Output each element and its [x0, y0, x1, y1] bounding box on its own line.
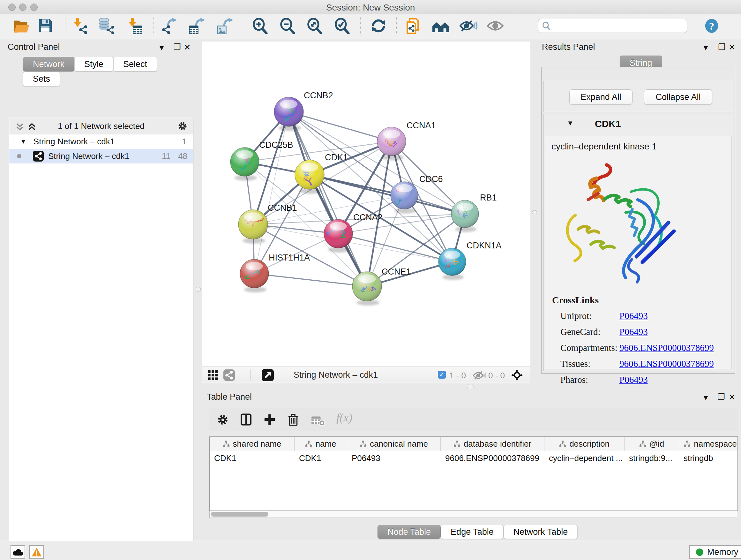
column-header-id[interactable]: @id	[624, 437, 679, 451]
export-image-icon[interactable]	[217, 18, 233, 35]
first-neighbors-icon[interactable]	[432, 20, 449, 37]
column-header-name[interactable]: name	[294, 437, 347, 451]
zoom-out-icon[interactable]	[280, 18, 296, 35]
detach-view-icon[interactable]	[262, 369, 274, 381]
node-label-CCNE1: CCNE1	[382, 267, 411, 276]
table-cell[interactable]: stringdb:9...	[624, 451, 679, 465]
cdk1-collapse-arrow-icon[interactable]: ▼	[567, 119, 574, 127]
column-header-description[interactable]: description	[544, 437, 624, 451]
network-edge[interactable]	[289, 112, 392, 141]
show-all-icon[interactable]	[487, 20, 503, 37]
duplicate-network-icon[interactable]	[406, 18, 422, 35]
crosslink-link[interactable]: P06493	[619, 327, 648, 337]
table-cell[interactable]: stringdb	[679, 451, 738, 465]
collection-count: 1	[182, 137, 187, 146]
hidden-eye-icon[interactable]	[473, 371, 486, 380]
control-panel-close-icon[interactable]: ✕	[184, 43, 191, 51]
birdseye-position-icon[interactable]	[511, 369, 523, 381]
tab-network-table[interactable]: Network Table	[503, 525, 578, 539]
show-columns-icon[interactable]	[241, 414, 252, 426]
tab-sets[interactable]: Sets	[23, 71, 60, 86]
warnings-button[interactable]	[29, 545, 44, 559]
string-app-icon[interactable]	[223, 369, 235, 381]
search-box[interactable]	[538, 19, 687, 33]
cloud-status-button[interactable]	[10, 545, 25, 559]
column-header-namespace[interactable]: namespace	[679, 437, 738, 451]
table-panel-close-icon[interactable]: ✕	[729, 393, 736, 401]
network-node-CCNB1[interactable]: CCNB1	[239, 203, 297, 244]
column-header-sharedname[interactable]: shared name	[210, 437, 294, 451]
export-table-icon[interactable]	[189, 18, 205, 35]
tab-edge-table[interactable]: Edge Table	[441, 525, 503, 539]
collapse-all-button[interactable]: Collapse All	[644, 89, 712, 105]
zoom-selected-icon[interactable]	[334, 18, 351, 35]
zoom-in-icon[interactable]	[252, 18, 269, 35]
network-edge[interactable]	[254, 112, 289, 273]
grid-view-icon[interactable]	[208, 370, 218, 380]
results-panel-menu-icon[interactable]: ▾	[704, 44, 708, 52]
table-hscrollbar[interactable]	[209, 511, 737, 518]
open-session-icon[interactable]	[13, 18, 30, 35]
network-node-CCNA1[interactable]: CCNA1	[377, 121, 436, 160]
export-network-icon[interactable]	[161, 18, 178, 35]
network-edge[interactable]	[254, 273, 367, 287]
table-cell[interactable]: CDK1	[210, 451, 294, 465]
tab-network[interactable]: Network	[23, 57, 74, 71]
crosslink-link[interactable]: 9606.ENSP00000378699	[619, 359, 714, 369]
table-cell[interactable]: cyclin–dependent ...	[544, 451, 624, 465]
splitter-grip[interactable]	[532, 210, 537, 215]
delete-table-icon[interactable]	[312, 415, 325, 426]
column-header-canonicalname[interactable]: canonical name	[347, 437, 441, 451]
network-node-CCNE1[interactable]: CCNE1	[352, 267, 411, 306]
zoom-fit-icon[interactable]	[307, 18, 323, 35]
table-cell[interactable]: CDK1	[294, 451, 347, 465]
network-node-RB1[interactable]: RB1	[451, 193, 497, 232]
search-input[interactable]	[550, 21, 679, 30]
results-panel-float-icon[interactable]: ❐	[718, 43, 725, 51]
help-icon[interactable]	[704, 18, 719, 35]
crosslink-link[interactable]: 9606.ENSP00000378699	[619, 343, 714, 353]
expand-all-icon[interactable]	[28, 123, 36, 131]
crosslink-link[interactable]: P06493	[619, 311, 648, 321]
hide-selected-icon[interactable]	[460, 19, 476, 36]
table-row[interactable]: CDK1CDK1P064939606.ENSP00000378699cyclin…	[210, 451, 738, 465]
import-network-file-icon[interactable]	[73, 18, 89, 35]
network-node-CDC6[interactable]: CDC6	[391, 174, 443, 213]
tab-style[interactable]: Style	[74, 57, 113, 71]
save-session-icon[interactable]	[38, 18, 54, 35]
table-cell[interactable]: P06493	[347, 451, 441, 465]
results-panel-close-icon[interactable]: ✕	[729, 43, 736, 51]
table-options-gear-icon[interactable]	[217, 414, 228, 426]
import-table-file-icon[interactable]	[127, 18, 144, 35]
network-collection-row[interactable]: ▼ String Network – cdk1 1	[9, 134, 193, 149]
network-canvas[interactable]: CCNB2CCNA1CDC25BCDK1CDC6RB1CCNB1CCNA2CDK…	[202, 42, 530, 367]
control-panel-menu-icon[interactable]: ▾	[159, 44, 164, 52]
network-graph[interactable]: CCNB2CCNA1CDC25BCDK1CDC6RB1CCNB1CCNA2CDK…	[202, 42, 530, 367]
selected-checkbox-icon[interactable]: ✓	[438, 371, 446, 379]
table-panel-float-icon[interactable]: ❐	[718, 393, 725, 401]
network-node-HIST1H1A[interactable]: HIST1H1A	[240, 253, 310, 293]
column-header-databaseidentifier[interactable]: database identifier	[441, 437, 544, 451]
table-panel-menu-icon[interactable]: ▾	[704, 393, 708, 401]
control-panel-float-icon[interactable]: ❐	[173, 43, 181, 51]
memory-button[interactable]: Memory	[689, 545, 741, 559]
import-network-database-icon[interactable]	[98, 18, 115, 35]
crosslink-link[interactable]: P06493	[619, 374, 648, 385]
collapse-all-icon[interactable]	[16, 123, 24, 131]
function-builder-icon[interactable]: f(x)	[336, 411, 352, 424]
add-column-icon[interactable]	[264, 414, 275, 425]
network-node-CDK1[interactable]: CDK1	[295, 152, 348, 194]
network-node-CDKN1A[interactable]: CDKN1A	[439, 241, 502, 280]
network-row[interactable]: String Network – cdk1 11 48	[9, 149, 193, 164]
table-hscroll-thumb[interactable]	[211, 512, 268, 516]
table-cell[interactable]: 9606.ENSP00000378699	[441, 451, 544, 465]
splitter-grip[interactable]	[196, 287, 201, 292]
tab-select[interactable]: Select	[113, 57, 157, 71]
network-options-gear-icon[interactable]	[178, 121, 187, 131]
tab-node-table[interactable]: Node Table	[378, 525, 441, 539]
apply-layout-icon[interactable]	[370, 18, 387, 35]
collection-expand-arrow-icon[interactable]: ▼	[20, 138, 26, 145]
expand-all-button[interactable]: Expand All	[569, 89, 632, 105]
network-label: String Network – cdk1	[48, 151, 129, 161]
delete-column-icon[interactable]	[288, 413, 299, 426]
